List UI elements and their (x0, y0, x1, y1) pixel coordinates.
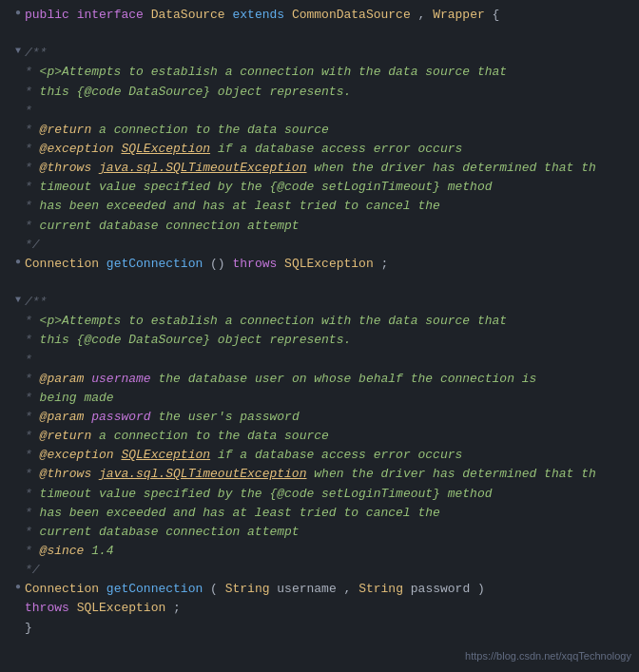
code-line: * @exception SQLException if a database … (0, 446, 639, 465)
line-content: * (25, 351, 639, 370)
code-line (0, 25, 639, 44)
line-content: * <p>Attempts to establish a connection … (25, 63, 639, 82)
line-gutter: ● (8, 255, 25, 270)
code-line: * <p>Attempts to establish a connection … (0, 63, 639, 82)
code-line: * has been exceeded and has at least tri… (0, 504, 639, 523)
code-line: * @throws java.sql.SQLTimeoutException w… (0, 465, 639, 484)
fold-indicator[interactable]: ▼ (15, 44, 21, 59)
code-line: * @return a connection to the data sourc… (0, 121, 639, 140)
line-content (25, 274, 639, 293)
code-line: * @since 1.4 (0, 542, 639, 561)
line-content: * current database connection attempt (25, 523, 639, 542)
code-line: ● public interface DataSource extends Co… (0, 6, 639, 25)
exception-type-2: SQLException (77, 601, 166, 615)
code-line: * current database connection attempt (0, 523, 639, 542)
line-content: } (25, 619, 639, 638)
code-line: * <p>Attempts to establish a connection … (0, 312, 639, 331)
code-line: * @param password the user's password (0, 408, 639, 427)
line-content: * timeout value specified by the {@code … (25, 178, 639, 197)
code-line: } (0, 619, 639, 638)
line-content: * @exception SQLException if a database … (25, 140, 639, 159)
line-content: * <p>Attempts to establish a connection … (25, 312, 639, 331)
keyword-throws-2: throws (25, 601, 69, 615)
code-line: * being made (0, 389, 639, 408)
line-gutter: ● (8, 580, 25, 595)
line-content: * @return a connection to the data sourc… (25, 121, 639, 140)
interface-wrapper: Wrapper (433, 8, 485, 22)
line-content (25, 25, 639, 44)
line-content: /** (25, 293, 639, 312)
line-content: * @exception SQLException if a database … (25, 446, 639, 465)
param-type-string2: String (358, 582, 403, 596)
line-content: * @since 1.4 (25, 542, 639, 561)
code-line: */ (0, 236, 639, 255)
code-line: * @param username the database user on w… (0, 370, 639, 389)
class-name: DataSource (151, 8, 225, 22)
keyword-throws: throws (232, 257, 277, 271)
code-line: * @throws java.sql.SQLTimeoutException w… (0, 159, 639, 178)
line-gutter: ▼ (8, 44, 25, 59)
code-line: ● Connection getConnection () throws SQL… (0, 255, 639, 274)
exception-type: SQLException (284, 257, 374, 271)
line-content: * current database connection attempt (25, 217, 639, 236)
code-line: * timeout value specified by the {@code … (0, 178, 639, 197)
fold-indicator[interactable]: ● (15, 580, 21, 595)
return-type: Connection (25, 257, 99, 271)
line-content: /** (25, 44, 639, 63)
line-content: * this {@code DataSource} object represe… (25, 83, 639, 102)
code-line: */ (0, 561, 639, 580)
code-line: * @exception SQLException if a database … (0, 140, 639, 159)
method-name: getConnection (106, 257, 203, 271)
code-line: * (0, 351, 639, 370)
keyword-interface: interface (77, 8, 144, 22)
line-content: * (25, 102, 639, 121)
code-line (0, 274, 639, 293)
code-line: ▼ /** (0, 44, 639, 63)
code-line: * this {@code DataSource} object represe… (0, 331, 639, 350)
parent-class: CommonDataSource (292, 8, 411, 22)
fold-indicator[interactable]: ▼ (15, 293, 21, 308)
watermark-text: https://blog.csdn.net/xqqTechnology (465, 648, 631, 664)
line-content: * this {@code DataSource} object represe… (25, 331, 639, 350)
line-gutter: ● (8, 6, 25, 21)
code-editor: ● public interface DataSource extends Co… (0, 0, 639, 672)
line-content: * @throws java.sql.SQLTimeoutException w… (25, 465, 639, 484)
code-line: * timeout value specified by the {@code … (0, 485, 639, 504)
line-content: * @param password the user's password (25, 408, 639, 427)
line-content: * has been exceeded and has at least tri… (25, 504, 639, 523)
line-content: * has been exceeded and has at least tri… (25, 197, 639, 216)
line-gutter: ▼ (8, 293, 25, 308)
line-content: * @throws java.sql.SQLTimeoutException w… (25, 159, 639, 178)
line-content: * @return a connection to the data sourc… (25, 427, 639, 446)
method-name-2: getConnection (106, 582, 203, 596)
code-line: * has been exceeded and has at least tri… (0, 197, 639, 216)
line-content: * @param username the database user on w… (25, 370, 639, 389)
line-content: Connection getConnection () throws SQLEx… (25, 255, 639, 274)
line-content: */ (25, 236, 639, 255)
fold-indicator[interactable]: ● (15, 255, 21, 270)
return-type-2: Connection (25, 582, 99, 596)
code-line: throws SQLException ; (0, 599, 639, 618)
line-content: throws SQLException ; (25, 599, 639, 618)
line-content: */ (25, 561, 639, 580)
line-content: Connection getConnection ( String userna… (25, 580, 639, 599)
line-content: public interface DataSource extends Comm… (25, 6, 639, 25)
code-line: * this {@code DataSource} object represe… (0, 83, 639, 102)
keyword-extends: extends (232, 8, 284, 22)
code-line: * current database connection attempt (0, 217, 639, 236)
keyword-public: public (25, 8, 69, 22)
code-line: * (0, 102, 639, 121)
fold-indicator[interactable]: ● (15, 6, 21, 21)
param-type-string1: String (225, 582, 270, 596)
line-content: * being made (25, 389, 639, 408)
code-line: ● Connection getConnection ( String user… (0, 580, 639, 599)
code-line: * @return a connection to the data sourc… (0, 427, 639, 446)
line-content: * timeout value specified by the {@code … (25, 485, 639, 504)
code-line: ▼ /** (0, 293, 639, 312)
